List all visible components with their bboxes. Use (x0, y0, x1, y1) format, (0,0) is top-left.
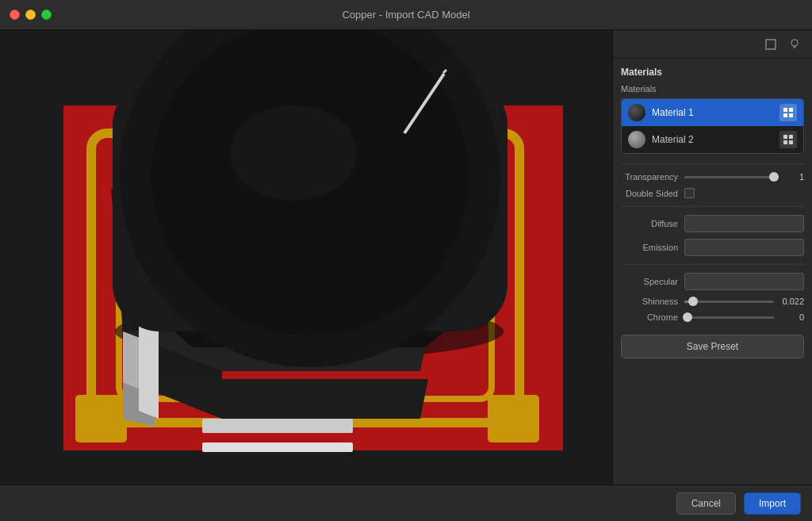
chrome-slider-container: 0 (684, 312, 804, 322)
materials-section: Materials Material 1 (621, 84, 804, 154)
traffic-lights (10, 10, 52, 20)
save-preset-button[interactable]: Save Preset (621, 335, 804, 358)
right-panel: Materials Materials Material 1 (612, 30, 812, 485)
material-options-btn-2[interactable] (779, 131, 797, 148)
emission-row: Emission (621, 239, 804, 256)
svg-rect-32 (783, 108, 787, 112)
svg-rect-35 (789, 113, 793, 117)
window-title: Copper - Import CAD Model (342, 9, 469, 21)
material-options-btn-1[interactable] (779, 104, 797, 121)
diffuse-label: Diffuse (621, 219, 684, 228)
svg-rect-25 (766, 40, 776, 49)
svg-line-31 (792, 40, 793, 40)
shinness-label: Shinness (621, 297, 684, 306)
emission-swatch[interactable] (684, 239, 804, 256)
material-sphere-1 (628, 104, 645, 121)
svg-rect-6 (488, 395, 539, 442)
transparency-slider-container: 1 (684, 172, 804, 182)
double-sided-checkbox-wrap (684, 188, 695, 198)
maximize-button[interactable] (41, 10, 52, 20)
panel-title: Materials (621, 67, 804, 78)
panel-body: Materials Materials Material 1 (613, 59, 812, 485)
divider-1 (621, 163, 804, 164)
svg-rect-37 (789, 135, 793, 139)
viewport (0, 30, 612, 485)
svg-rect-34 (783, 113, 787, 117)
chrome-row: Chrome 0 (621, 312, 804, 322)
transparency-value: 1 (779, 172, 804, 182)
shinness-slider-container: 0.022 (684, 297, 804, 306)
svg-point-26 (791, 40, 798, 46)
material-sphere-2 (628, 131, 645, 148)
svg-line-30 (797, 40, 798, 40)
material-item-1[interactable]: Material 1 (622, 99, 803, 126)
emission-label: Emission (621, 243, 684, 252)
chrome-label: Chrome (621, 312, 684, 322)
svg-rect-24 (202, 419, 353, 433)
materials-label: Materials (621, 84, 804, 94)
material-name-1: Material 1 (652, 107, 773, 118)
bottom-bar: Cancel Import (0, 485, 812, 521)
material-name-2: Material 2 (652, 134, 773, 145)
svg-point-21 (230, 105, 357, 201)
transparency-label: Transparency (621, 172, 684, 182)
chrome-value: 0 (779, 312, 804, 322)
specular-label: Specular (621, 277, 684, 286)
chrome-slider[interactable] (684, 316, 774, 319)
svg-rect-7 (202, 442, 353, 452)
transparency-slider[interactable] (684, 176, 774, 178)
double-sided-row: Double Sided (621, 188, 804, 198)
diffuse-swatch[interactable] (684, 215, 804, 232)
svg-rect-39 (789, 140, 793, 144)
specular-swatch[interactable] (684, 273, 804, 290)
cad-viewport-canvas (0, 30, 612, 485)
square-icon[interactable] (763, 36, 779, 52)
specular-row: Specular (621, 273, 804, 290)
materials-list: Material 1 Materi (621, 98, 804, 154)
close-button[interactable] (10, 10, 20, 20)
panel-toolbar (613, 30, 812, 59)
divider-3 (621, 264, 804, 265)
import-button[interactable]: Import (744, 492, 801, 515)
shinness-slider[interactable] (684, 301, 774, 303)
main-content: Materials Materials Material 1 (0, 30, 812, 485)
cancel-button[interactable]: Cancel (676, 492, 736, 515)
svg-rect-5 (75, 395, 127, 442)
divider-2 (621, 206, 804, 207)
material-item-2[interactable]: Material 2 (622, 126, 803, 153)
diffuse-row: Diffuse (621, 215, 804, 232)
double-sided-checkbox[interactable] (684, 188, 695, 198)
svg-rect-36 (783, 135, 787, 139)
transparency-row: Transparency 1 (621, 172, 804, 182)
double-sided-label: Double Sided (621, 189, 684, 198)
shinness-value: 0.022 (779, 297, 804, 306)
minimize-button[interactable] (25, 10, 36, 20)
shinness-row: Shinness 0.022 (621, 297, 804, 306)
title-bar: Copper - Import CAD Model (0, 0, 812, 30)
lightbulb-icon[interactable] (787, 36, 802, 52)
svg-rect-33 (789, 108, 793, 112)
svg-rect-38 (783, 140, 787, 144)
